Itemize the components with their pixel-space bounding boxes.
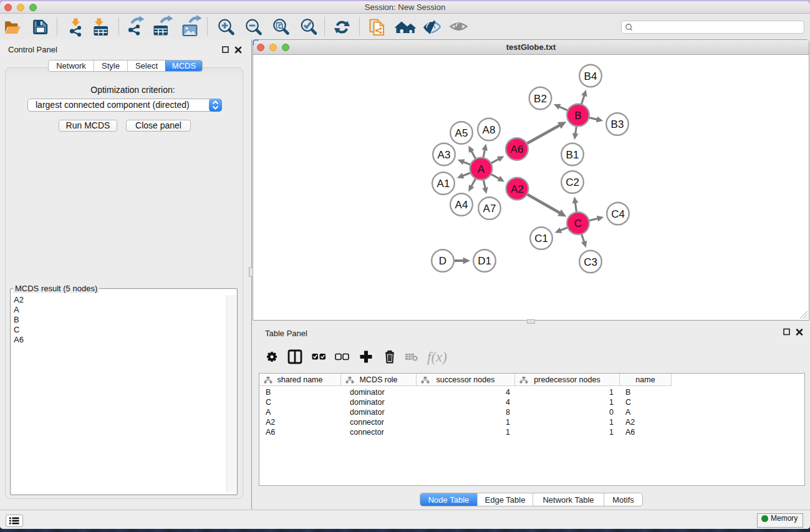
svg-text:B3: B3 bbox=[611, 118, 624, 130]
svg-text:C1: C1 bbox=[534, 233, 548, 244]
svg-text:C2: C2 bbox=[566, 177, 579, 188]
svg-text:B2: B2 bbox=[534, 93, 547, 105]
svg-text:D: D bbox=[439, 255, 446, 267]
svg-text:B: B bbox=[574, 110, 581, 122]
svg-text:A5: A5 bbox=[455, 127, 468, 139]
svg-text:B1: B1 bbox=[566, 149, 579, 161]
svg-text:D1: D1 bbox=[478, 255, 491, 267]
svg-text:C3: C3 bbox=[584, 256, 597, 268]
svg-text:A3: A3 bbox=[438, 149, 451, 161]
svg-text:C4: C4 bbox=[611, 208, 625, 220]
svg-text:f(x): f(x) bbox=[427, 349, 447, 365]
svg-text:A2: A2 bbox=[511, 183, 524, 195]
svg-text:A4: A4 bbox=[455, 199, 468, 211]
svg-text:A1: A1 bbox=[437, 178, 450, 190]
svg-text:C: C bbox=[574, 218, 582, 230]
svg-text:A6: A6 bbox=[511, 143, 524, 155]
svg-text:B4: B4 bbox=[584, 70, 597, 82]
svg-text:A7: A7 bbox=[483, 203, 496, 215]
svg-text:A: A bbox=[478, 163, 485, 175]
svg-text:A8: A8 bbox=[483, 124, 496, 136]
